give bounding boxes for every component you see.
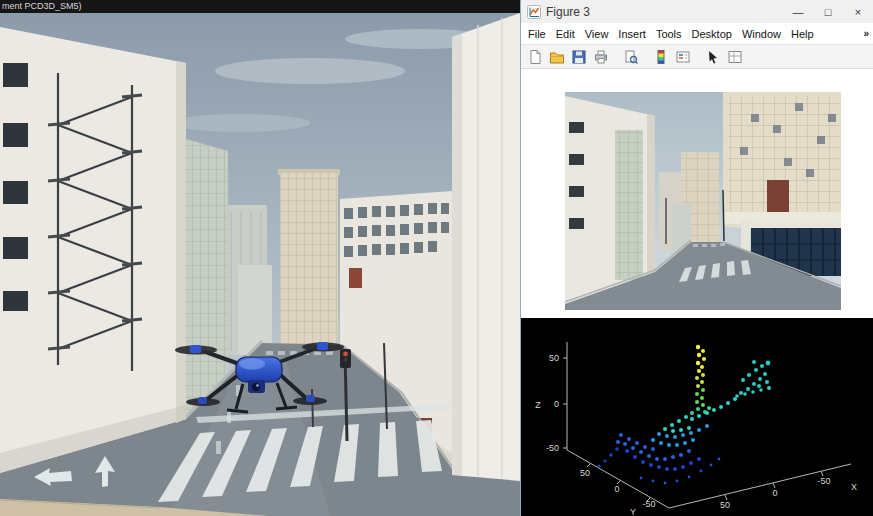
minimize-button[interactable]: —: [783, 0, 813, 23]
y-axis-label: Y: [630, 507, 636, 516]
save-floppy-icon: [571, 49, 587, 65]
sim-window-titlebar[interactable]: ment PCD3D_SM5): [0, 0, 520, 13]
menu-tools[interactable]: Tools: [651, 28, 687, 40]
y-tick-1: 0: [614, 484, 619, 494]
menu-window[interactable]: Window: [737, 28, 786, 40]
window-controls: — □ ×: [783, 0, 873, 23]
save-figure-button[interactable]: [568, 46, 590, 67]
menu-edit[interactable]: Edit: [551, 28, 580, 40]
print-preview-button[interactable]: [620, 46, 642, 67]
colorbar-icon: [653, 49, 669, 65]
x-tick-0: 50: [720, 500, 730, 510]
print-icon: [593, 49, 609, 65]
z-tick-0: 50: [549, 353, 559, 363]
figure-title: Figure 3: [546, 5, 590, 19]
open-folder-icon: [549, 49, 565, 65]
figure-menubar: File Edit View Insert Tools Desktop Wind…: [521, 23, 873, 44]
screenshot-root: ment PCD3D_SM5): [0, 0, 873, 516]
camera-view-graphic: [565, 92, 841, 310]
menu-help[interactable]: Help: [786, 28, 819, 40]
legend-icon: [675, 49, 691, 65]
open-file-button[interactable]: [546, 46, 568, 67]
matlab-figure-window: Figure 3 — □ × File Edit View Insert Too…: [520, 0, 873, 516]
x-tick-2: -50: [817, 476, 830, 486]
camera-view-axes[interactable]: [565, 92, 841, 310]
x-tick-1: 0: [772, 488, 777, 498]
toolbar-separator: [612, 46, 620, 67]
new-figure-button[interactable]: [524, 46, 546, 67]
simulation-window: ment PCD3D_SM5): [0, 0, 520, 516]
figure-canvas: 50 0 -50 Z 50 0 -50 Y 50 0 -50 X: [521, 69, 873, 516]
insert-colorbar-button[interactable]: [650, 46, 672, 67]
print-figure-button[interactable]: [590, 46, 612, 67]
insert-legend-button[interactable]: [672, 46, 694, 67]
figure-palette-button[interactable]: [724, 46, 746, 67]
pointcloud-axes[interactable]: 50 0 -50 Z 50 0 -50 Y 50 0 -50 X: [521, 318, 873, 516]
menu-file[interactable]: File: [523, 28, 551, 40]
panel-grid-icon: [727, 49, 743, 65]
print-preview-icon: [623, 49, 639, 65]
toolbar-separator: [694, 46, 702, 67]
matlab-figure-icon: [527, 5, 541, 19]
close-button[interactable]: ×: [843, 0, 873, 23]
city-scene-graphic: [0, 13, 520, 516]
menu-insert[interactable]: Insert: [613, 28, 651, 40]
figure-titlebar[interactable]: Figure 3 — □ ×: [521, 0, 873, 23]
menu-view[interactable]: View: [580, 28, 614, 40]
new-document-icon: [527, 49, 543, 65]
sim-window-title: ment PCD3D_SM5): [2, 1, 82, 11]
x-axis-label: X: [851, 482, 857, 492]
z-tick-1: 0: [554, 399, 559, 409]
y-tick-2: -50: [642, 499, 655, 509]
maximize-button[interactable]: □: [813, 0, 843, 23]
arrow-cursor-icon: [705, 49, 721, 65]
y-tick-0: 50: [580, 468, 590, 478]
figure-toolbar: [521, 44, 873, 69]
toolbar-separator: [642, 46, 650, 67]
pointcloud-graphic: 50 0 -50 Z 50 0 -50 Y 50 0 -50 X: [521, 318, 873, 516]
menu-overflow-arrow[interactable]: »: [863, 28, 873, 39]
z-axis-label: Z: [535, 400, 541, 410]
edit-plot-button[interactable]: [702, 46, 724, 67]
z-tick-2: -50: [546, 443, 559, 453]
simulation-3d-viewport[interactable]: [0, 13, 520, 516]
menu-desktop[interactable]: Desktop: [687, 28, 737, 40]
